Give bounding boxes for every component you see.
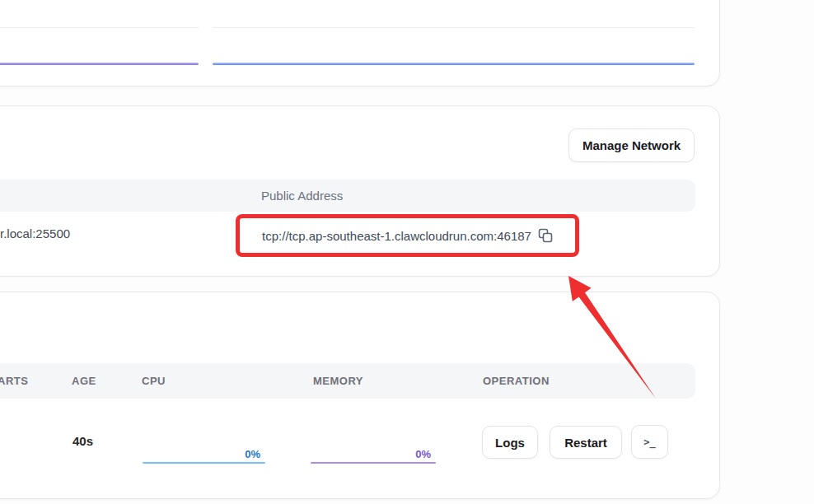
age-column-header: AGE xyxy=(72,375,96,387)
app-detail-page: Manage Network Public Address r.local:25… xyxy=(0,0,814,504)
network-table-header-row xyxy=(0,180,695,212)
pod-age-value: 40s xyxy=(73,434,93,448)
memory-usage-value: 0% xyxy=(311,448,431,460)
manage-network-button[interactable]: Manage Network xyxy=(568,128,695,162)
public-address-column-header: Public Address xyxy=(261,189,343,203)
cpu-chart-gridline xyxy=(0,27,199,28)
cpu-chart-line xyxy=(0,63,199,65)
operation-column-header: OPERATION xyxy=(483,375,550,387)
logs-button[interactable]: Logs xyxy=(482,426,538,459)
annotation-highlight-box xyxy=(236,214,579,257)
restart-button[interactable]: Restart xyxy=(550,426,622,459)
memory-chart-gridline xyxy=(213,27,695,28)
memory-column-header: MEMORY xyxy=(313,375,363,387)
private-address-text: r.local:25500 xyxy=(0,226,70,240)
restarts-column-header: ARTS xyxy=(0,375,28,387)
monitor-card xyxy=(0,0,720,86)
memory-usage-sparkline xyxy=(311,462,436,464)
cpu-column-header: CPU xyxy=(142,375,166,387)
cpu-usage-value: 0% xyxy=(143,448,260,460)
cpu-usage-sparkline xyxy=(143,462,265,464)
terminal-button[interactable]: >_ xyxy=(631,425,668,459)
terminal-icon: >_ xyxy=(643,436,655,448)
memory-chart-line xyxy=(213,63,695,65)
